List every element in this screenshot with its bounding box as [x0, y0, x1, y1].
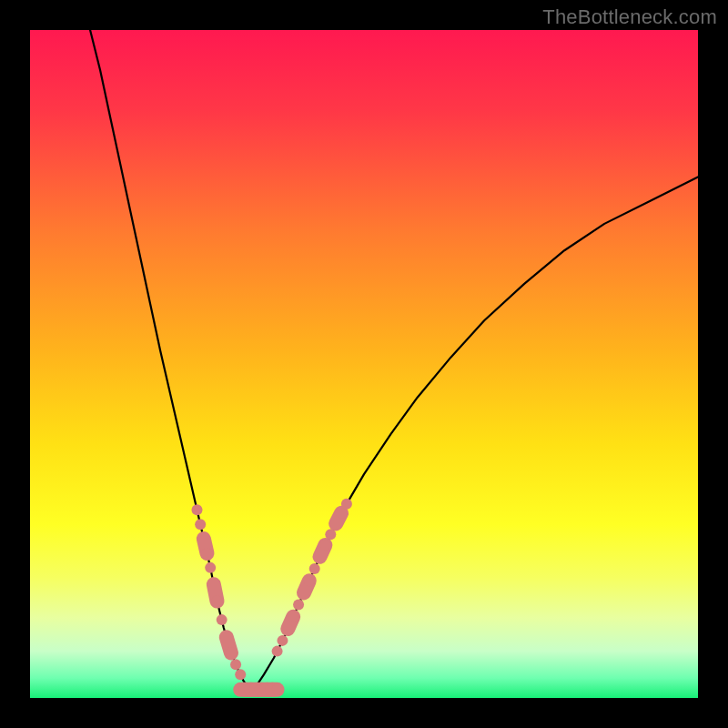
bead-dot: [226, 647, 237, 658]
bead-dot: [288, 612, 298, 622]
chart-svg: [30, 30, 698, 698]
beads-trough: [233, 682, 284, 697]
bead-dot: [195, 519, 206, 530]
bead-dot: [336, 508, 347, 519]
frame: TheBottleneck.com: [0, 0, 728, 728]
right-curve: [250, 177, 698, 690]
bead-dot: [272, 684, 283, 695]
watermark-text: TheBottleneck.com: [542, 5, 717, 29]
bead-dot: [293, 600, 304, 611]
bead-dot: [341, 499, 352, 510]
bead-capsule: [294, 571, 318, 602]
beads-right: [272, 499, 352, 657]
bead-dot: [235, 669, 246, 680]
bead-dot: [202, 548, 213, 559]
bead-dot: [230, 659, 241, 670]
bead-dot: [192, 504, 203, 515]
bead-dot: [272, 646, 283, 657]
bead-dot: [212, 596, 223, 607]
bead-capsule: [310, 535, 335, 566]
bead-dot: [277, 635, 288, 646]
bead-dot: [319, 540, 330, 551]
bead-dot: [217, 614, 228, 625]
beads-left: [192, 504, 247, 680]
left-curve: [90, 30, 250, 690]
bead-dot: [304, 575, 315, 586]
bead-capsule: [278, 607, 303, 638]
bead-dot: [205, 562, 216, 573]
bead-dot: [309, 563, 320, 574]
